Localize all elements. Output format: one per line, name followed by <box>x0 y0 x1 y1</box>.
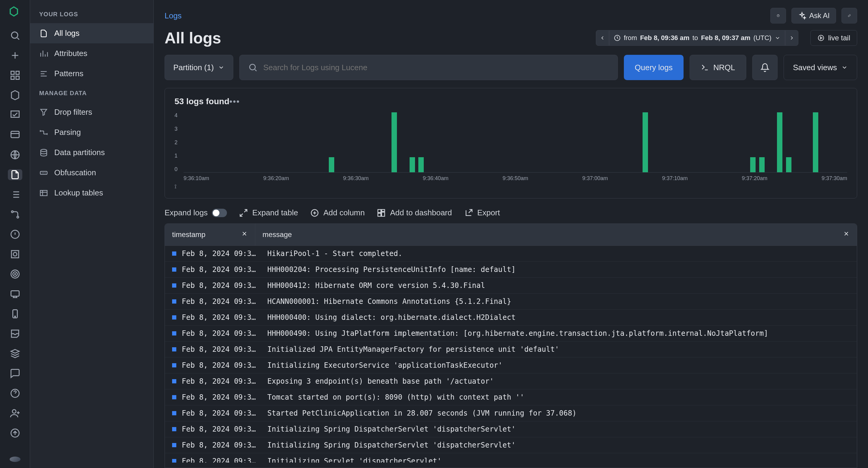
chart-bar-col <box>757 112 767 172</box>
rail-help[interactable] <box>8 388 22 399</box>
timestamp-cell: Feb 8, 2024 09:36:… <box>182 249 260 258</box>
rail-stack[interactable] <box>8 348 22 359</box>
table-row[interactable]: Feb 8, 2024 09:36:…HHH000400: Using dial… <box>165 310 857 326</box>
chart-bar-col <box>560 112 569 172</box>
table-row[interactable]: Feb 8, 2024 09:37:…Initializing Spring D… <box>165 437 857 453</box>
ask-ai-button[interactable]: Ask AI <box>792 8 836 24</box>
time-prev-button[interactable] <box>596 30 609 46</box>
rail-synthetics[interactable] <box>8 289 22 299</box>
time-from-label: from <box>624 34 637 42</box>
rail-mobile[interactable] <box>8 308 22 319</box>
saved-views-button[interactable]: Saved views <box>784 55 857 80</box>
expand-logs-toggle[interactable]: Expand logs <box>164 208 227 218</box>
alerts-button[interactable] <box>752 55 778 80</box>
expand-table-button[interactable]: Expand table <box>239 208 298 218</box>
rail-upgrade[interactable] <box>8 428 22 438</box>
time-range-button[interactable]: from Feb 8, 09:36 am to Feb 8, 09:37 am … <box>609 30 785 46</box>
table-row[interactable]: Feb 8, 2024 09:36:…HCANN000001: Hibernat… <box>165 294 857 310</box>
chart-bar-col <box>309 112 318 172</box>
table-row[interactable]: Feb 8, 2024 09:36:…HikariPool-1 - Start … <box>165 246 857 262</box>
avatar[interactable] <box>10 457 21 462</box>
sidebar-item-obfuscation[interactable]: Obfuscation <box>30 163 153 183</box>
rail-inbox[interactable] <box>8 328 22 339</box>
rail-entities[interactable] <box>8 90 22 101</box>
rail-dashboards[interactable] <box>8 110 22 121</box>
table-row[interactable]: Feb 8, 2024 09:36:…Initialized JPA Entit… <box>165 341 857 358</box>
th-timestamp[interactable]: timestamp <box>165 224 255 245</box>
chart-bar-col <box>712 112 721 172</box>
sidebar-item-all-logs[interactable]: All logs <box>30 23 153 43</box>
sidebar-item-drop-filters[interactable]: Drop filters <box>30 102 153 122</box>
add-column-button[interactable]: Add column <box>310 208 365 218</box>
chart-bar-col <box>354 112 363 172</box>
table-row[interactable]: Feb 8, 2024 09:36:…Started PetClinicAppl… <box>165 405 857 421</box>
query-logs-button[interactable]: Query logs <box>624 55 684 80</box>
rail-apps[interactable] <box>8 70 22 81</box>
chart-bar[interactable] <box>410 157 415 172</box>
rail-feedback[interactable] <box>8 368 22 379</box>
remove-timestamp-column[interactable] <box>241 230 248 239</box>
sidebar-item-attributes[interactable]: Attributes <box>30 43 153 64</box>
rail-search[interactable] <box>8 30 22 41</box>
rail-add[interactable] <box>8 50 22 61</box>
timestamp-cell: Feb 8, 2024 09:36:… <box>182 329 260 338</box>
chart-menu-button[interactable]: ••• <box>229 97 240 106</box>
time-next-button[interactable] <box>785 30 798 46</box>
rail-list[interactable] <box>8 189 22 200</box>
table-row[interactable]: Feb 8, 2024 09:36:…Exposing 3 endpoint(s… <box>165 373 857 390</box>
chart-bar[interactable] <box>329 157 334 172</box>
chart-bar[interactable] <box>813 112 818 172</box>
rail-invite[interactable] <box>8 408 22 419</box>
table-row[interactable]: Feb 8, 2024 09:36:…Tomcat started on por… <box>165 390 857 405</box>
severity-dot <box>172 395 176 399</box>
add-dashboard-button[interactable]: Add to dashboard <box>377 208 452 218</box>
chart-bar-col <box>381 112 390 172</box>
export-button[interactable]: Export <box>464 208 500 218</box>
table-row[interactable]: Feb 8, 2024 09:36:…HHH000490: Using JtaP… <box>165 326 857 341</box>
table-row[interactable]: Feb 8, 2024 09:36:…HHH000412: Hibernate … <box>165 278 857 294</box>
breadcrumb-link[interactable]: Logs <box>164 11 181 20</box>
chart-bar-col <box>784 112 793 172</box>
table-row[interactable]: Feb 8, 2024 09:37:…Initializing Spring D… <box>165 421 857 437</box>
timestamp-cell: Feb 8, 2024 09:36:… <box>182 265 260 274</box>
chart-bar-col <box>489 112 498 172</box>
live-tail-button[interactable]: live tail <box>810 30 857 46</box>
sidebar-item-parsing[interactable]: Parsing <box>30 122 153 142</box>
chart-bar-col <box>390 112 399 172</box>
chart-plot[interactable] <box>184 112 847 173</box>
rail-globe[interactable] <box>8 149 22 160</box>
svg-rect-33 <box>378 213 381 216</box>
search-input[interactable] <box>263 63 609 72</box>
sidebar-item-lookup[interactable]: Lookup tables <box>30 183 153 203</box>
chart-bar[interactable] <box>750 157 755 172</box>
nrql-button[interactable]: NRQL <box>689 55 746 80</box>
rail-errors[interactable] <box>8 229 22 240</box>
chart-bar[interactable] <box>643 112 648 172</box>
sidebar-item-partitions[interactable]: Data partitions <box>30 142 153 163</box>
rail-traces[interactable] <box>8 209 22 220</box>
table-row[interactable]: Feb 8, 2024 09:36:…HHH000204: Processing… <box>165 262 857 278</box>
rail-logs[interactable] <box>8 169 22 180</box>
table-row[interactable]: Feb 8, 2024 09:37:…Initializing Servlet … <box>165 453 857 463</box>
share-button[interactable] <box>841 8 857 24</box>
th-message[interactable]: message <box>255 224 857 245</box>
chart-bar[interactable] <box>418 157 424 172</box>
help-button[interactable] <box>770 8 786 24</box>
table-icon <box>39 189 48 198</box>
toggle-switch[interactable] <box>212 209 227 217</box>
remove-message-column[interactable] <box>843 230 849 239</box>
chart-bar[interactable] <box>759 157 765 172</box>
mask-icon <box>39 168 48 177</box>
sidebar-item-patterns[interactable]: Patterns <box>30 64 153 84</box>
partition-button[interactable]: Partition (1) <box>164 55 233 80</box>
rail-target[interactable] <box>8 269 22 279</box>
table-row[interactable]: Feb 8, 2024 09:36:…Initializing Executor… <box>165 358 857 373</box>
rail-alerts[interactable] <box>8 249 22 260</box>
chart-bar[interactable] <box>777 112 782 172</box>
chart-bar[interactable] <box>392 112 397 172</box>
message-cell: Tomcat started on port(s): 8090 (http) w… <box>260 393 849 401</box>
rail-browser[interactable] <box>8 130 22 140</box>
chart-bar-col <box>695 112 704 172</box>
chart-bar-col <box>793 112 802 172</box>
chart-bar[interactable] <box>786 157 792 172</box>
